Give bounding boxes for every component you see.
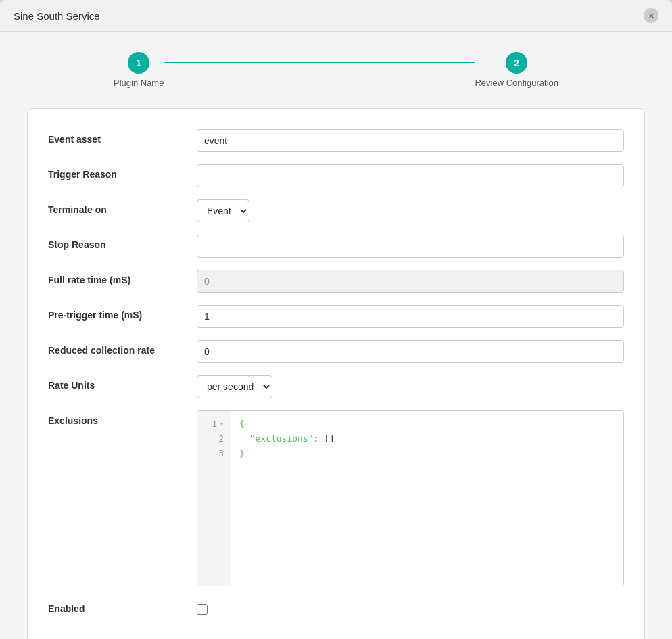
code-content[interactable]: { "exclusions": [] } (231, 411, 623, 586)
pre-trigger-time-input[interactable] (197, 305, 624, 328)
enabled-label: Enabled (48, 598, 197, 614)
close-button[interactable]: ✕ (644, 8, 658, 23)
step-2-number: 2 (514, 57, 519, 68)
stop-reason-input[interactable] (197, 235, 624, 258)
line-numbers: 1 ▾ 2 3 (197, 411, 231, 586)
step-2-circle: 2 (506, 52, 527, 74)
exclusions-editor[interactable]: 1 ▾ 2 3 { "exclusions": [] } (197, 410, 624, 586)
form-card: Event asset Trigger Reason Terminate on … (27, 108, 645, 639)
modal-body: 1 Plugin Name 2 Review Configuration Eve… (0, 32, 672, 639)
step-1-number: 1 (136, 57, 141, 68)
event-asset-row: Event asset (48, 129, 624, 152)
trigger-reason-row: Trigger Reason (48, 164, 624, 187)
rate-units-row: Rate Units per second per minute per hou… (48, 375, 624, 398)
exclusions-row: Exclusions 1 ▾ 2 3 { "e (48, 410, 624, 586)
line-num-2: 2 (212, 431, 231, 446)
rate-units-label: Rate Units (48, 375, 197, 391)
stop-reason-row: Stop Reason (48, 235, 624, 258)
terminate-on-select[interactable]: Event Time None (197, 199, 249, 222)
modal-header: Sine South Service ✕ (0, 0, 672, 32)
step-1-circle: 1 (128, 52, 149, 74)
stepper: 1 Plugin Name 2 Review Configuration (27, 52, 645, 88)
reduced-collection-rate-row: Reduced collection rate (48, 340, 624, 363)
step-1: 1 Plugin Name (114, 52, 164, 88)
step-2-label: Review Configuration (475, 78, 558, 88)
terminate-on-label: Terminate on (48, 199, 197, 215)
collapse-arrow-1: ▾ (220, 417, 224, 431)
step-connector (164, 62, 475, 63)
full-rate-time-input (197, 270, 624, 293)
enabled-row: Enabled (48, 598, 624, 615)
enabled-checkbox[interactable] (197, 604, 208, 615)
exclusions-label: Exclusions (48, 410, 197, 426)
event-asset-input[interactable] (197, 129, 624, 152)
step-1-label: Plugin Name (114, 78, 164, 88)
line-num-1: 1 ▾ (205, 417, 231, 431)
rate-units-select[interactable]: per second per minute per hour (197, 375, 272, 398)
step-2: 2 Review Configuration (475, 52, 558, 88)
pre-trigger-time-row: Pre-trigger time (mS) (48, 305, 624, 328)
close-icon: ✕ (648, 11, 655, 21)
terminate-on-row: Terminate on Event Time None (48, 199, 624, 222)
event-asset-label: Event asset (48, 129, 197, 145)
reduced-collection-rate-label: Reduced collection rate (48, 340, 197, 356)
full-rate-time-label: Full rate time (mS) (48, 270, 197, 285)
modal-title: Sine South Service (14, 10, 100, 22)
trigger-reason-label: Trigger Reason (48, 164, 197, 180)
reduced-collection-rate-input[interactable] (197, 340, 624, 363)
modal-container: Sine South Service ✕ 1 Plugin Name 2 Rev… (0, 0, 672, 639)
stop-reason-label: Stop Reason (48, 235, 197, 250)
line-num-3: 3 (212, 446, 231, 461)
trigger-reason-input[interactable] (197, 164, 624, 187)
full-rate-time-row: Full rate time (mS) (48, 270, 624, 293)
pre-trigger-time-label: Pre-trigger time (mS) (48, 305, 197, 321)
